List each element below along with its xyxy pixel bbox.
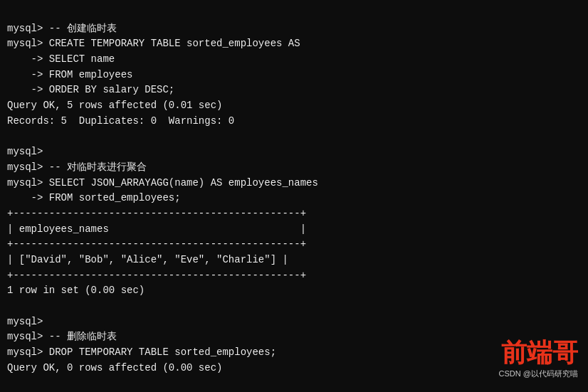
terminal-window: mysql> -- 创建临时表mysql> CREATE TEMPORARY T… <box>0 0 588 392</box>
terminal-line: +---------------------------------------… <box>7 268 581 284</box>
terminal-line: mysql> CREATE TEMPORARY TABLE sorted_emp… <box>7 36 581 52</box>
terminal-line: Query OK, 0 rows affected (0.00 sec) <box>7 361 581 376</box>
terminal-line: -> SELECT name <box>7 52 581 68</box>
terminal-line: Records: 5 Duplicates: 0 Warnings: 0 <box>7 114 581 129</box>
watermark-sub-text: CSDN @以代码研究喵 <box>499 369 578 379</box>
terminal-line: | employees_names | <box>7 222 581 238</box>
terminal-line: -> FROM employees <box>7 68 581 83</box>
terminal-line: mysql> -- 创建临时表 <box>7 21 581 37</box>
terminal-line: +---------------------------------------… <box>7 206 581 222</box>
terminal-empty-line <box>7 129 581 145</box>
terminal-line: mysql> <box>7 314 581 330</box>
watermark-main-text: 前端哥 <box>501 339 578 367</box>
terminal-line: 1 row in set (0.00 sec) <box>7 283 581 299</box>
terminal-line: mysql> <box>7 144 581 160</box>
watermark: 前端哥 CSDN @以代码研究喵 <box>499 339 578 379</box>
terminal-line: mysql> -- 删除临时表 <box>7 329 581 345</box>
terminal-line: mysql> DROP TEMPORARY TABLE sorted_emplo… <box>7 345 581 361</box>
terminal-empty-line <box>7 299 581 314</box>
terminal-line: -> FROM sorted_employees; <box>7 191 581 206</box>
terminal-line: +---------------------------------------… <box>7 237 581 253</box>
terminal-line: -> ORDER BY salary DESC; <box>7 83 581 98</box>
terminal-line: mysql> -- 对临时表进行聚合 <box>7 160 581 176</box>
terminal-line: mysql> SELECT JSON_ARRAYAGG(name) AS emp… <box>7 176 581 191</box>
terminal-line: | ["David", "Bob", "Alice", "Eve", "Char… <box>7 253 581 268</box>
terminal-line: Query OK, 5 rows affected (0.01 sec) <box>7 98 581 114</box>
